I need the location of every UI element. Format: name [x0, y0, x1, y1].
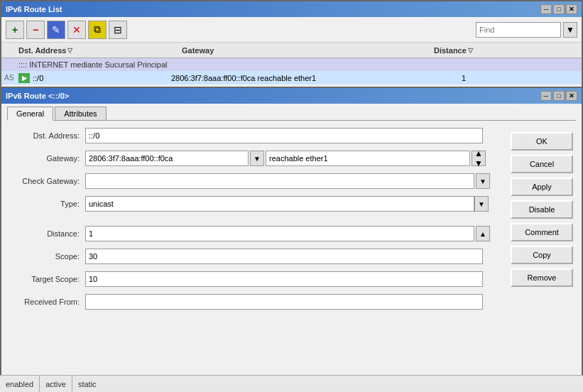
tab-attributes[interactable]: Attributes: [55, 107, 106, 120]
edit-button[interactable]: ✎: [47, 21, 65, 39]
distance-row: Distance: ▲: [7, 224, 499, 243]
gateway1-dropdown-button[interactable]: ▼: [250, 151, 264, 166]
check-gateway-inputs: ▼: [85, 173, 490, 189]
form-area: Dst. Address: Gateway: ▼ ▲▼ Check Gatewa…: [1, 121, 582, 321]
check-gateway-row: Check Gateway: ▼: [7, 172, 499, 190]
inner-window-controls: ─ □ ✕: [540, 91, 577, 101]
type-dropdown-button[interactable]: ▼: [474, 196, 489, 212]
search-input[interactable]: [476, 22, 561, 38]
received-from-label: Received From:: [7, 298, 85, 306]
type-label: Type:: [7, 200, 85, 208]
scope-row: Scope:: [7, 247, 499, 266]
inner-window: IPv6 Route <::/0> ─ □ ✕ General Attribut…: [0, 87, 583, 392]
gateway-input1[interactable]: [85, 151, 249, 166]
search-dropdown-button[interactable]: ▼: [563, 22, 577, 38]
target-scope-row: Target Scope:: [7, 270, 499, 288]
row-active-indicator: ▶: [18, 73, 30, 83]
outer-titlebar: IPv6 Route List ─ □ ✕: [1, 1, 582, 17]
status-active: active: [40, 376, 72, 392]
distance-label: Distance:: [7, 229, 85, 238]
tab-general[interactable]: General: [7, 107, 53, 121]
distance-input[interactable]: [85, 226, 474, 241]
comment-button[interactable]: Comment: [511, 223, 573, 241]
status-enabled: enabled: [0, 376, 40, 392]
target-scope-input[interactable]: [85, 271, 483, 287]
target-scope-label: Target Scope:: [7, 275, 85, 283]
inner-minimize-button[interactable]: ─: [540, 91, 552, 101]
add-button[interactable]: +: [6, 21, 24, 39]
received-from-row: Received From:: [7, 293, 499, 311]
button-panel: OK Cancel Apply Disable Comment Copy Rem…: [505, 126, 576, 315]
dst-address-label: Dst. Address:: [7, 131, 85, 140]
outer-window-controls: ─ □ ✕: [540, 4, 577, 14]
distance-inputs: ▲: [85, 226, 490, 241]
dist-sort-icon: ▽: [468, 47, 473, 54]
check-gateway-input[interactable]: [85, 173, 474, 189]
dst-address-row: Dst. Address:: [7, 126, 499, 145]
inner-title: IPv6 Route <::/0>: [6, 92, 69, 100]
gateway-label: Gateway:: [7, 154, 85, 163]
table-header: Dst. Address ▽ Gateway Distance ▽: [1, 43, 582, 58]
apply-button[interactable]: Apply: [511, 178, 573, 196]
toolbar: + − ✎ ✕ ⧉ ⊟ ▼: [1, 17, 582, 43]
outer-minimize-button[interactable]: ─: [540, 4, 552, 14]
outer-close-button[interactable]: ✕: [566, 4, 577, 14]
row-type: AS: [4, 74, 18, 82]
inner-titlebar: IPv6 Route <::/0> ─ □ ✕: [1, 88, 582, 104]
type-input[interactable]: [85, 196, 474, 212]
table-body: :::: INTERNET mediante Sucursal Principa…: [1, 58, 582, 85]
cancel-edit-button[interactable]: ✕: [67, 21, 86, 39]
outer-title: IPv6 Route List: [6, 5, 62, 13]
remove-button[interactable]: −: [26, 21, 45, 39]
dst-sort-icon: ▽: [67, 47, 72, 54]
type-row: Type: ▼: [7, 195, 499, 213]
received-from-input[interactable]: [85, 294, 483, 310]
disable-button[interactable]: Disable: [511, 200, 573, 219]
table-group-row: :::: INTERNET mediante Sucursal Principa…: [1, 58, 582, 71]
ok-button[interactable]: OK: [511, 132, 573, 151]
gateway2-dropdown-button[interactable]: ▲▼: [472, 151, 486, 166]
form-divider: [7, 217, 499, 224]
check-gateway-label: Check Gateway:: [7, 177, 85, 185]
row-dst: ::/0: [33, 74, 171, 82]
gateway-inputs: ▼ ▲▼: [85, 151, 486, 166]
status-static: static: [72, 376, 102, 392]
cancel-button[interactable]: Cancel: [511, 155, 573, 173]
copy-toolbar-button[interactable]: ⧉: [88, 21, 107, 39]
copy-button[interactable]: Copy: [511, 246, 573, 264]
type-inputs: ▼: [85, 196, 489, 212]
inner-maximize-button[interactable]: □: [553, 91, 565, 101]
inner-close-button[interactable]: ✕: [566, 91, 577, 101]
col-header-dist[interactable]: Distance ▽: [434, 46, 505, 55]
scope-input[interactable]: [85, 249, 483, 264]
check-gateway-dropdown-button[interactable]: ▼: [476, 173, 490, 189]
col-header-dst[interactable]: Dst. Address ▽: [18, 46, 182, 55]
outer-maximize-button[interactable]: □: [553, 4, 565, 14]
outer-window: IPv6 Route List ─ □ ✕ + − ✎ ✕ ⧉ ⊟ ▼ Dst.…: [0, 0, 583, 92]
scope-label: Scope:: [7, 252, 85, 261]
table-row[interactable]: AS ▶ ::/0 2806:3f7:8aaa:ff00::f0ca reach…: [1, 71, 582, 85]
distance-up-button[interactable]: ▲: [476, 226, 490, 241]
remove-button[interactable]: Remove: [511, 268, 573, 287]
status-bar: enabled active static: [0, 375, 583, 392]
dst-address-input[interactable]: [85, 128, 483, 143]
gateway-input2[interactable]: [266, 151, 470, 166]
row-dist: 1: [423, 74, 466, 82]
row-gw: 2806:3f7:8aaa:ff00::f0ca reachable ether…: [171, 74, 423, 82]
form-fields: Dst. Address: Gateway: ▼ ▲▼ Check Gatewa…: [7, 126, 499, 315]
tab-bar: General Attributes: [1, 104, 582, 120]
col-header-gw[interactable]: Gateway: [182, 46, 434, 55]
filter-button[interactable]: ⊟: [109, 21, 127, 39]
gateway-row: Gateway: ▼ ▲▼: [7, 149, 499, 168]
